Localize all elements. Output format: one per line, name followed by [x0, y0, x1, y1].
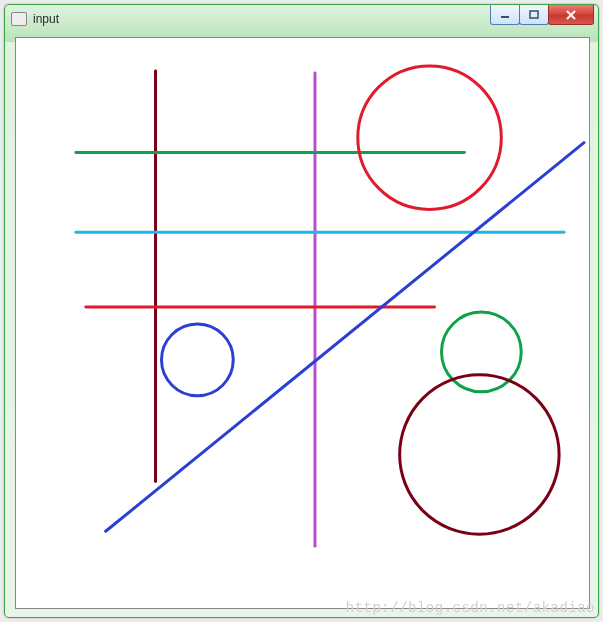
window-controls [491, 5, 594, 25]
svg-rect-1 [530, 11, 538, 18]
circle-darkred-large [400, 375, 559, 534]
window-title: input [33, 12, 59, 26]
close-icon [565, 10, 577, 20]
maximize-icon [529, 10, 539, 20]
drawing-canvas [16, 38, 589, 608]
circle-red-top [358, 66, 501, 209]
minimize-icon [500, 10, 510, 20]
client-area [15, 37, 590, 609]
line-blue-diagonal [106, 143, 584, 532]
circle-blue-small [161, 324, 233, 396]
app-icon [11, 12, 27, 26]
maximize-button[interactable] [519, 5, 549, 25]
minimize-button[interactable] [490, 5, 520, 25]
titlebar[interactable]: input [5, 5, 598, 33]
close-button[interactable] [548, 5, 594, 25]
app-window: input [4, 4, 599, 618]
